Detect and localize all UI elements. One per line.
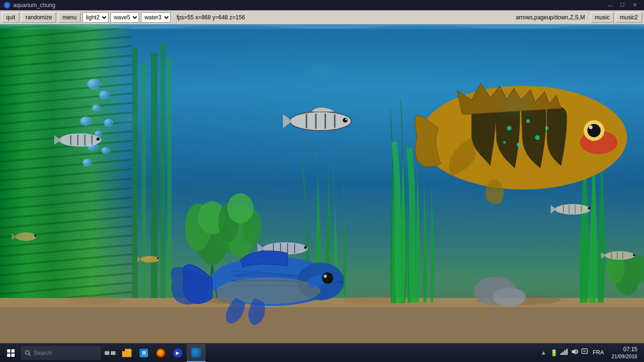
svg-point-70 — [555, 204, 591, 214]
windows-store-button[interactable]: ⊞ — [136, 344, 152, 362]
language-label[interactable]: FRA — [591, 349, 606, 356]
svg-point-90 — [25, 351, 29, 354]
svg-rect-93 — [562, 352, 564, 355]
light-select[interactable]: light2 light1 light3 — [83, 12, 108, 23]
taskbar-clock[interactable]: 07:15 21/09/2016 — [609, 346, 640, 360]
randomize-button[interactable]: randomize — [21, 12, 56, 23]
quit-button[interactable]: quit — [2, 12, 19, 23]
bubble-4 — [80, 116, 91, 126]
menu-button[interactable]: menu — [58, 12, 81, 23]
firefox-button[interactable] — [153, 344, 169, 362]
svg-point-59 — [545, 126, 549, 130]
bubble-5 — [104, 119, 113, 126]
svg-point-32 — [290, 112, 351, 131]
svg-point-68 — [322, 272, 333, 284]
taskbar-tray: ▲ 🔋 — [540, 346, 642, 360]
search-label: Search — [34, 350, 52, 356]
toolbar: quit randomize menu light2 light1 light3… — [0, 10, 644, 25]
taskview-icon — [105, 351, 116, 355]
algae-strands — [0, 25, 132, 343]
maximize-button[interactable]: ☐ — [617, 1, 628, 9]
network-icon — [561, 348, 568, 357]
svg-point-86 — [140, 256, 159, 263]
svg-point-76 — [588, 207, 591, 210]
tray-overflow-button[interactable]: ▲ — [540, 348, 547, 357]
bubble-7 — [87, 142, 98, 151]
svg-point-57 — [535, 135, 540, 140]
title-bar: aquarium_chung — ☐ ✕ — [0, 0, 644, 10]
start-button[interactable] — [2, 344, 20, 362]
svg-marker-96 — [572, 349, 576, 354]
svg-line-16 — [210, 265, 212, 296]
bubble-9 — [83, 159, 92, 166]
svg-point-55 — [507, 126, 512, 131]
svg-rect-97 — [582, 349, 587, 354]
svg-point-61 — [580, 131, 618, 154]
search-bar[interactable]: Search — [21, 346, 101, 360]
svg-rect-94 — [564, 350, 566, 355]
bubble-6 — [94, 131, 102, 137]
aquarium-viewport[interactable] — [0, 25, 644, 343]
svg-point-31 — [290, 112, 351, 131]
svg-point-39 — [346, 119, 347, 120]
svg-point-10 — [474, 277, 516, 305]
wave-select[interactable]: wave5 wave1 wave2 wave3 wave4 — [110, 12, 139, 23]
svg-point-22 — [614, 253, 640, 296]
svg-marker-52 — [257, 243, 264, 254]
svg-point-64 — [589, 125, 593, 129]
svg-point-58 — [517, 143, 520, 147]
titlebar-title: aquarium_chung — [13, 2, 55, 8]
svg-rect-26 — [141, 62, 146, 298]
task-view-button[interactable] — [102, 344, 118, 362]
bubble-8 — [101, 147, 110, 154]
close-button[interactable]: ✕ — [629, 1, 640, 9]
bubble-3 — [92, 105, 100, 111]
windows-icon — [7, 349, 15, 357]
svg-point-9 — [184, 287, 212, 304]
water-select[interactable]: water3 water1 water2 water4 — [141, 12, 171, 23]
svg-point-60 — [503, 141, 506, 144]
svg-point-66 — [297, 263, 344, 300]
file-explorer-icon — [122, 349, 132, 357]
date-display: 21/09/2016 — [611, 353, 637, 360]
svg-point-53 — [304, 246, 307, 249]
chevron-up-icon: ▲ — [541, 349, 546, 356]
svg-point-67 — [217, 278, 321, 304]
svg-point-11 — [493, 288, 526, 306]
svg-point-47 — [263, 242, 308, 255]
svg-point-19 — [218, 203, 239, 242]
battery-icon: 🔋 — [550, 349, 558, 356]
svg-point-12 — [196, 208, 229, 265]
svg-point-88 — [157, 257, 159, 259]
svg-point-54 — [420, 86, 627, 189]
svg-point-20 — [243, 209, 262, 245]
music-button[interactable]: music — [591, 12, 614, 23]
svg-point-24 — [630, 255, 644, 284]
svg-rect-27 — [151, 53, 157, 298]
svg-line-17 — [212, 265, 217, 298]
titlebar-left: aquarium_chung — [4, 2, 55, 8]
svg-point-4 — [344, 296, 410, 305]
svg-point-8 — [215, 283, 248, 304]
media-player-button[interactable]: ▶ — [170, 344, 186, 362]
svg-point-62 — [584, 120, 604, 141]
svg-point-7 — [250, 284, 288, 307]
svg-rect-25 — [132, 48, 138, 298]
taskbar: Search ⊞ ▶ ▲ — [0, 343, 644, 362]
svg-point-23 — [606, 251, 625, 284]
music2-button[interactable]: music2 — [616, 12, 642, 23]
svg-marker-37 — [283, 114, 292, 128]
svg-point-77 — [605, 251, 635, 260]
minimize-button[interactable]: — — [604, 1, 616, 9]
bubble-2 — [99, 90, 109, 99]
svg-point-13 — [185, 204, 211, 251]
svg-point-63 — [587, 124, 601, 137]
svg-rect-28 — [160, 43, 165, 298]
time-display: 07:15 — [611, 346, 637, 354]
aquarium-taskbar-button[interactable] — [187, 344, 206, 362]
status-text: fps=55 x=868 y=648 z=156 — [176, 14, 513, 21]
firefox-icon — [156, 348, 165, 358]
svg-point-56 — [526, 119, 530, 123]
windows-store-icon: ⊞ — [140, 349, 148, 357]
file-explorer-button[interactable] — [119, 344, 135, 362]
